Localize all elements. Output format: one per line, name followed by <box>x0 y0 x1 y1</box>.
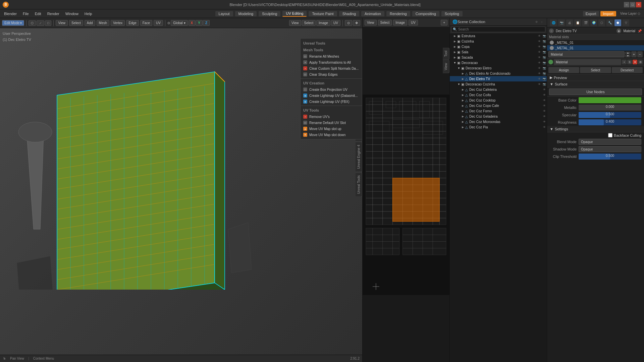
import-btn[interactable]: Import <box>600 11 616 16</box>
y-constraint[interactable]: Y <box>196 20 203 26</box>
scene-props-icon2[interactable]: 🎬 <box>582 19 589 26</box>
world-props-icon[interactable]: 🌍 <box>590 19 597 26</box>
global-space-btn[interactable]: Global ▾ <box>171 20 188 26</box>
render-icon-deco-eletro[interactable]: 📷 <box>542 66 547 70</box>
compositing-workspace-btn[interactable]: Compositing <box>412 11 439 16</box>
minimize-button[interactable]: – <box>624 2 629 7</box>
scripting-workspace-btn[interactable]: Scripting <box>441 11 463 16</box>
vis-icon-deco[interactable]: 👁 <box>537 60 542 65</box>
render-props-icon[interactable]: 📷 <box>558 19 565 26</box>
rendering-workspace-btn[interactable]: Rendering <box>386 11 410 16</box>
vis-forno[interactable]: 👁 <box>542 109 547 113</box>
vis-coifa[interactable]: 👁 <box>542 93 547 97</box>
menu-window[interactable]: Window <box>63 11 81 16</box>
deselect-btn[interactable]: Deselect <box>612 67 643 73</box>
face-mode-btn[interactable]: □ <box>45 20 51 26</box>
clear-sharp-edges-btn[interactable]: ▭ Clear Sharp Edges <box>301 71 362 77</box>
x-constraint[interactable]: X <box>189 20 196 26</box>
uv-view-menu[interactable]: View <box>365 20 377 25</box>
object-props-icon[interactable]: ⬡ <box>598 19 605 26</box>
hier-item-copo[interactable]: ▶ △ Dec Coz Copo Cafe 👁 <box>450 103 547 108</box>
hier-item-cooktop[interactable]: ▶ △ Dec Coz Cooktop 👁 <box>450 98 547 103</box>
uv-uv-menu[interactable]: UV <box>409 20 418 25</box>
view-menu[interactable]: View <box>56 20 68 26</box>
sculpting-workspace-btn[interactable]: Sculpting <box>259 11 280 16</box>
window-controls[interactable]: – □ ✕ <box>624 2 641 7</box>
hier-item-pia[interactable]: ▶ △ Dec Coz Pia 👁 <box>450 124 547 130</box>
render-icon-sacada[interactable]: 📷 <box>542 55 547 60</box>
uv-image-menu[interactable]: Image <box>393 20 407 25</box>
hier-item-cafeteira[interactable]: ▶ △ Dec Coz Cafeteira 👁 <box>450 87 547 92</box>
uv-menu[interactable]: UV <box>154 20 163 26</box>
specular-slider[interactable]: 0.500 <box>579 112 641 118</box>
render-icon-copa[interactable]: 📷 <box>542 44 547 49</box>
select-menu[interactable]: Select <box>69 20 83 26</box>
use-nodes-btn[interactable]: Use Nodes <box>549 88 642 95</box>
move-uv-down-btn[interactable]: ▼ Move UV Map slot down <box>301 132 362 138</box>
z-constraint[interactable]: Z <box>203 20 210 26</box>
hierarchy-search-input[interactable] <box>458 27 544 31</box>
vis-geladeira[interactable]: 👁 <box>542 114 547 119</box>
roughness-slider[interactable]: 0.400 <box>579 119 641 125</box>
menu-edit[interactable]: Edit <box>32 11 44 16</box>
modifier-props-icon[interactable]: 🔧 <box>606 19 613 26</box>
uv-n-tab-tool[interactable]: Tool <box>443 48 449 60</box>
hier-item-sala[interactable]: ▶ ▣ Sala 👁 📷 <box>450 49 547 55</box>
uv-canvas[interactable]: Tool View <box>363 27 449 362</box>
mat-copy-btn[interactable]: ⎘ <box>627 60 632 64</box>
vis-microondas[interactable]: 👁 <box>542 119 547 124</box>
vis-icon-tv[interactable]: 👁 <box>537 76 542 81</box>
visibility-icon[interactable]: 👁 <box>537 34 542 38</box>
hier-item-copa[interactable]: ▶ ▣ Copa 👁 📷 <box>450 44 547 49</box>
uv-n-tab-view[interactable]: View <box>443 60 449 73</box>
gizmo-toggle[interactable]: ✥ <box>353 20 360 26</box>
hier-item-forno[interactable]: ▶ △ Dec Coz Forno 👁 <box>450 108 547 114</box>
uv-zoom-in[interactable]: + <box>441 20 447 25</box>
hier-item-cozinha[interactable]: ▶ ▣ Cozinha 👁 📷 <box>450 39 547 44</box>
render-icon-deco[interactable]: 📷 <box>542 60 547 65</box>
create-lightmap-fbx-btn[interactable]: ◈ Create Lightmap UV (FBX) <box>301 99 362 105</box>
edit-mode-dropdown[interactable]: Edit Mode ▾ <box>2 20 24 26</box>
backface-culling-checkbox[interactable] <box>608 133 612 137</box>
vertex-menu[interactable]: Vertex <box>111 20 125 26</box>
uv-btn2[interactable]: UV <box>331 20 340 26</box>
remove-uvs-btn[interactable]: × Remove UV's <box>301 114 362 120</box>
hier-item-deco-coz[interactable]: ▼ ▣ Decoracao Cozinha 👁 📷 <box>450 81 547 87</box>
vis-icon-deco-eletro[interactable]: 👁 <box>537 66 542 70</box>
shading-workspace-btn[interactable]: Shading <box>339 11 359 16</box>
texture-paint-workspace-btn[interactable]: Texture Paint <box>309 11 337 16</box>
image-btn[interactable]: Image <box>316 20 330 26</box>
render-icon-ar[interactable]: 📷 <box>542 71 547 76</box>
preview-section-toggle[interactable]: ▶ Preview <box>547 74 644 81</box>
output-props-icon[interactable]: 🖨 <box>566 19 573 26</box>
select-btn[interactable]: Select <box>580 67 611 73</box>
hier-item-microondas[interactable]: ▶ △ Dec Coz Microondas 👁 <box>450 119 547 124</box>
hier-item-ar-cond[interactable]: ▶ △ Dec Eletro Ar Condicionado 👁 📷 <box>450 71 547 76</box>
proportional-btn[interactable]: ⊙ <box>167 21 170 25</box>
render-icon-cozinha[interactable]: 📷 <box>542 39 547 44</box>
metallic-slider[interactable]: 0.000 <box>579 105 641 111</box>
menu-file[interactable]: File <box>20 11 32 16</box>
vis-pia[interactable]: 👁 <box>542 125 547 129</box>
mat-name-display[interactable]: Material <box>554 59 621 65</box>
hier-item-tv[interactable]: ▶ △ Dec Eletro TV 👁 📷 <box>450 76 547 81</box>
menu-help[interactable]: Help <box>82 11 95 16</box>
vis-icon-deco-coz[interactable]: 👁 <box>537 82 542 86</box>
edge-mode-btn[interactable]: ⟋ <box>37 20 44 26</box>
apply-transforms-btn[interactable]: × Apply Transformations to All <box>301 59 362 65</box>
hier-item-deco-eletro[interactable]: ▼ ▣ Decoracao Eletro 👁 📷 <box>450 65 547 71</box>
hier-item-estrutura[interactable]: ▶ ▣ Estrutura 👁 📷 <box>450 33 547 39</box>
uv-editing-workspace-btn[interactable]: UV Editing <box>282 11 307 17</box>
uv-select-menu[interactable]: Select <box>378 20 392 25</box>
create-box-proj-btn[interactable]: □ Create Box Projection UV <box>301 86 362 93</box>
vis-icon-cozinha[interactable]: 👁 <box>537 39 542 44</box>
settings-section-toggle[interactable]: ▼ Settings <box>547 126 644 132</box>
mat-slot-0[interactable]: _METAL_01 <box>547 40 644 45</box>
n-tab-unreal-tools[interactable]: Unreal Tools <box>356 172 362 197</box>
vis-icon-sala[interactable]: 👁 <box>537 50 542 54</box>
slot-add-btn[interactable]: + <box>631 51 637 57</box>
hier-item-decoracao[interactable]: ▼ ▣ Decoracao 👁 📷 <box>450 60 547 65</box>
base-color-swatch[interactable] <box>579 97 641 103</box>
view-btn[interactable]: View <box>289 20 301 26</box>
vis-cooktop[interactable]: 👁 <box>542 98 547 103</box>
